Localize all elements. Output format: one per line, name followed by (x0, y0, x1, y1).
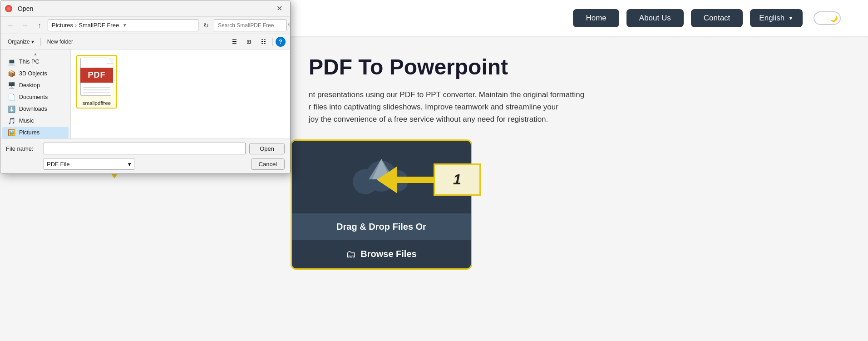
filetype-text: PDF File (47, 161, 70, 168)
breadcrumb-part2: SmallPDF Free (79, 22, 119, 29)
file-corner-fold-inner (107, 58, 113, 64)
browse-section[interactable]: 🗂 Browse Files (292, 240, 471, 268)
file-line-1 (83, 87, 110, 88)
refresh-button[interactable]: ↻ (200, 20, 212, 31)
dialog-sidebar: ▲ 💻 This PC 📦 3D Objects 🖥️ Desktop 📄 Do… (0, 49, 71, 138)
file-open-dialog: Open ✕ ← → ↑ Pictures › SmallPDF Free ▾ … (0, 0, 291, 174)
arrow-1-head (377, 166, 397, 193)
toolbar-right: ☰ ⊞ ☷ ? (228, 36, 286, 47)
folder-search-icon: 🗂 (346, 248, 356, 260)
cancel-button[interactable]: Cancel (251, 158, 285, 170)
dialog-navbar: ← → ↑ Pictures › SmallPDF Free ▾ ↻ 🔍 (0, 17, 290, 34)
back-button[interactable]: ← (4, 19, 17, 32)
arrow-1: 1 (377, 163, 481, 196)
up-button[interactable]: ↑ (33, 19, 46, 32)
language-label: English (759, 14, 784, 23)
dialog-body: ▲ 💻 This PC 📦 3D Objects 🖥️ Desktop 📄 Do… (0, 49, 290, 138)
breadcrumb-dropdown-button[interactable]: ▾ (121, 21, 129, 30)
filename-row: File name: Open (6, 143, 285, 154)
file-line-2 (83, 89, 110, 90)
drag-drop-section[interactable]: Drag & Drop Files Or (292, 213, 471, 240)
dialog-titlebar: Open ✕ (0, 0, 290, 17)
new-folder-button[interactable]: New folder (44, 38, 76, 46)
sidebar-item-downloads[interactable]: ⬇️ Downloads (2, 103, 69, 115)
chrome-inner (6, 6, 11, 11)
page-description: nt presentations using our PDF to PPT co… (309, 89, 626, 126)
sidebar-item-label-thispc: This PC (19, 59, 39, 65)
breadcrumb-part1: Pictures (52, 22, 73, 29)
toolbar-separator (40, 38, 41, 46)
search-input[interactable] (218, 22, 286, 29)
sidebar-item-label-3dobjects: 3D Objects (19, 70, 47, 77)
music-icon: 🎵 (8, 117, 15, 124)
filename-input[interactable] (44, 143, 246, 154)
page-title: PDF To Powerpoint (309, 54, 841, 79)
file-line-3 (83, 92, 110, 93)
dialog-close-button[interactable]: ✕ (273, 2, 286, 15)
downloads-icon: ⬇️ (8, 105, 15, 113)
sidebar-item-thispc[interactable]: 💻 This PC (2, 56, 69, 68)
file-icon-wrapper: PDF (80, 58, 113, 98)
action-buttons: Open (249, 143, 285, 154)
organize-label: Organize (8, 39, 30, 45)
dialog-toolbar: Organize ▾ New folder ☰ ⊞ ☷ ? (0, 34, 290, 49)
dialog-title: Open (18, 5, 269, 12)
scroll-up-indicator: ▲ (0, 52, 70, 56)
chrome-icon (5, 5, 12, 12)
chevron-down-icon: ▼ (788, 15, 794, 21)
sidebar-item-label-downloads: Downloads (19, 106, 47, 112)
organize-chevron-icon: ▾ (31, 39, 34, 45)
pictures-icon: 🖼️ (8, 129, 15, 136)
file-name-field-label: File name: (6, 145, 40, 152)
sidebar-item-desktop[interactable]: 🖥️ Desktop (2, 79, 69, 91)
breadcrumb-separator: › (75, 22, 77, 29)
dialog-files: PDF smallpdffree (71, 49, 290, 138)
filetype-select[interactable]: PDF File ▾ (44, 158, 134, 170)
breadcrumb: Pictures › SmallPDF Free ▾ (48, 20, 198, 31)
sidebar-item-3dobjects[interactable]: 📦 3D Objects (2, 68, 69, 79)
view-pane-button[interactable]: ⊞ (242, 36, 255, 47)
language-button[interactable]: English ▼ (750, 9, 803, 27)
home-button[interactable]: Home (573, 9, 619, 27)
arrow-1-shaft (397, 177, 434, 183)
arrow-1-label: 1 (434, 163, 481, 196)
search-icon: 🔍 (288, 22, 291, 29)
sidebar-item-label-pictures: Pictures (19, 129, 39, 136)
sidebar-item-label-desktop: Desktop (19, 82, 40, 89)
theme-toggle[interactable]: 🌙 (814, 11, 841, 25)
sidebar-item-label-music: Music (19, 118, 34, 124)
sidebar-item-music[interactable]: 🎵 Music (2, 115, 69, 127)
search-bar: 🔍 (214, 20, 286, 31)
file-dialog-overlay: Open ✕ ← → ↑ Pictures › SmallPDF Free ▾ … (0, 0, 295, 173)
moon-icon: 🌙 (830, 15, 838, 22)
contact-button[interactable]: Contact (691, 9, 743, 27)
open-button[interactable]: Open (249, 143, 285, 154)
drag-drop-text: Drag & Drop Files Or (336, 222, 426, 232)
forward-button[interactable]: → (19, 19, 31, 32)
3dobjects-icon: 📦 (8, 70, 15, 77)
help-button[interactable]: ? (276, 37, 286, 47)
browse-text: Browse Files (360, 249, 416, 259)
file-name-label: smallpdffree (83, 100, 111, 106)
file-item-smallpdffree[interactable]: PDF smallpdffree (76, 55, 117, 109)
filetype-row: PDF File ▾ Cancel (6, 158, 285, 170)
view-list-button[interactable]: ☰ (228, 36, 241, 47)
sidebar-item-documents[interactable]: 📄 Documents (2, 91, 69, 103)
thispc-icon: 💻 (8, 58, 15, 65)
view-detail-button[interactable]: ☷ (257, 36, 270, 47)
sidebar-item-pictures[interactable]: 🖼️ Pictures (2, 127, 69, 138)
desktop-icon: 🖥️ (8, 82, 15, 89)
pdf-badge: PDF (80, 68, 113, 83)
filetype-chevron-icon: ▾ (128, 161, 131, 168)
documents-icon: 📄 (8, 94, 15, 101)
about-button[interactable]: About Us (626, 9, 684, 27)
sidebar-item-label-documents: Documents (19, 94, 48, 100)
cancel-btn-wrapper: Cancel (251, 158, 285, 170)
new-folder-label: New folder (47, 39, 73, 45)
file-lines (83, 87, 110, 94)
dialog-bottom-bar: File name: Open PDF File ▾ Cancel (0, 138, 290, 173)
toolbar-separator-2 (272, 38, 273, 46)
upload-area: Drag & Drop Files Or 🗂 Browse Files (291, 139, 472, 270)
organize-button[interactable]: Organize ▾ (5, 38, 37, 46)
